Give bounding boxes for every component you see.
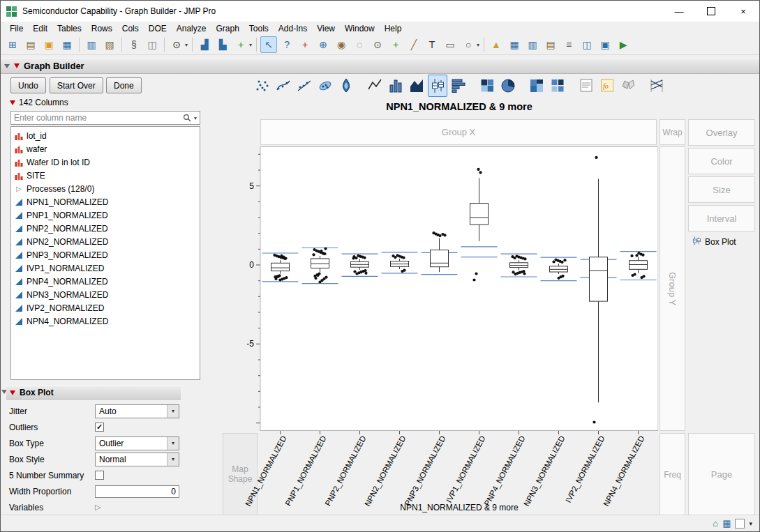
data-grid-view-icon[interactable]: ▦ <box>506 36 523 53</box>
crosshair-tool-icon[interactable]: + <box>297 36 313 53</box>
treemap-element-icon[interactable] <box>527 75 546 97</box>
line-element-icon[interactable] <box>365 75 385 97</box>
column-item-site[interactable]: SITE <box>11 169 200 182</box>
home-window-icon[interactable]: ⌂ <box>713 518 718 529</box>
undo-button[interactable]: Undo <box>10 77 46 93</box>
column-item-pnp4-normalized[interactable]: PNP4_NORMALIZED <box>11 275 200 288</box>
column-item-pnp1-normalized[interactable]: PNP1_NORMALIZED <box>11 208 200 222</box>
page-drop-zone[interactable]: Page <box>688 433 755 516</box>
cols-panel-icon[interactable]: ◫ <box>579 36 595 53</box>
histogram-element-icon[interactable] <box>449 75 468 97</box>
5-number-summary-checkbox[interactable] <box>95 471 104 480</box>
heatmap-element-icon[interactable] <box>477 75 497 97</box>
run-script-icon[interactable]: ▶ <box>615 36 632 53</box>
column-item-ivp1-normalized[interactable]: IVP1_NORMALIZED <box>11 261 200 275</box>
parallel-plot-element-icon[interactable] <box>647 75 666 97</box>
formula-element-icon[interactable]: fo <box>597 75 617 97</box>
dropdown-caret-icon[interactable]: ▾ <box>185 42 188 48</box>
map-shapes-element-icon[interactable] <box>618 75 638 97</box>
journal-view-icon[interactable]: ▤ <box>542 36 559 53</box>
group-x-drop-zone[interactable]: Group X <box>260 119 657 145</box>
text-box-tool-icon[interactable]: T <box>424 36 440 53</box>
summary-tool-icon[interactable]: ▲ <box>488 36 505 53</box>
column-item-npn2-normalized[interactable]: NPN2_NORMALIZED <box>11 235 200 248</box>
globe-tool-icon[interactable]: ⊕ <box>315 36 331 53</box>
new-data-table-icon[interactable]: ⊞ <box>4 36 21 53</box>
copy-icon[interactable]: ▥ <box>83 36 100 53</box>
overlay-drop-zone[interactable]: Overlay <box>688 119 755 146</box>
column-item-npn3-normalized[interactable]: NPN3_NORMALIZED <box>11 288 200 301</box>
wrap-drop-zone[interactable]: Wrap <box>660 119 685 145</box>
menu-tables[interactable]: Tables <box>52 23 87 34</box>
lasso-tool-icon[interactable]: ◌ <box>351 36 368 53</box>
menu-add-ins[interactable]: Add-Ins <box>274 23 312 34</box>
dropdown-caret-icon[interactable]: ▾ <box>477 42 479 48</box>
new-journal-icon[interactable]: ▤ <box>22 36 39 53</box>
done-button[interactable]: Done <box>106 77 142 93</box>
distribution-launch-icon[interactable]: ▙ <box>214 36 231 53</box>
disclosure-triangle-icon[interactable]: ▷ <box>95 503 100 512</box>
new-analysis-icon[interactable]: + <box>232 36 249 53</box>
boxplot-red-triangle-icon[interactable] <box>10 390 15 395</box>
save-icon[interactable]: ▦ <box>59 36 75 53</box>
start-over-button[interactable]: Start Over <box>50 77 103 93</box>
disclosure-triangle-icon[interactable]: ▷ <box>15 185 23 192</box>
red-triangle-menu-icon[interactable] <box>14 63 20 68</box>
search-options-caret-icon[interactable]: ▾ <box>193 115 200 121</box>
collapse-triangle-icon[interactable] <box>4 64 10 68</box>
dropdown-caret-icon[interactable]: ▾ <box>249 42 252 48</box>
status-caret-icon[interactable]: ▾ <box>749 520 752 527</box>
rows-panel-icon[interactable]: ≡ <box>560 36 577 53</box>
menu-analyze[interactable]: Analyze <box>172 23 211 34</box>
width-proportion-field[interactable] <box>95 485 179 498</box>
rectangle-tool-icon[interactable]: ▭ <box>442 36 459 53</box>
search-icon[interactable] <box>183 114 193 122</box>
column-item-pnp2-normalized[interactable]: PNP2_NORMALIZED <box>11 222 200 235</box>
data-table-link-icon[interactable]: ▦ <box>722 518 731 529</box>
status-white-box[interactable] <box>735 519 745 529</box>
column-item-lot-id[interactable]: lot_id <box>11 129 200 142</box>
menu-doe[interactable]: DOE <box>144 23 172 34</box>
menu-file[interactable]: File <box>5 23 28 34</box>
column-item-ivp2-normalized[interactable]: IVP2_NORMALIZED <box>11 301 200 314</box>
oval-tool-icon[interactable]: ○ <box>460 36 477 53</box>
columns-red-triangle-icon[interactable] <box>10 100 15 105</box>
bar-element-icon[interactable] <box>386 75 405 97</box>
paste-icon[interactable]: ▧ <box>101 36 118 53</box>
freq-drop-zone[interactable]: Freq <box>660 433 685 516</box>
box-style-select[interactable]: Normal▾ <box>95 453 179 466</box>
maximize-button[interactable] <box>695 1 727 22</box>
column-search-input[interactable] <box>11 113 183 123</box>
arrow-tool-icon[interactable]: ↖ <box>260 36 277 53</box>
outliers-checkbox[interactable] <box>95 423 104 432</box>
graph-builder-launch-icon[interactable]: ▟ <box>196 36 213 53</box>
area-element-icon[interactable] <box>407 75 426 97</box>
menu-rows[interactable]: Rows <box>87 23 117 34</box>
column-item-wafer[interactable]: wafer <box>11 142 200 155</box>
smoother-element-icon[interactable] <box>274 75 293 97</box>
column-item-pnp3-normalized[interactable]: PNP3_NORMALIZED <box>11 248 200 261</box>
zoom-in-tool-icon[interactable]: + <box>387 36 404 53</box>
menu-tools[interactable]: Tools <box>244 23 274 34</box>
menu-view[interactable]: View <box>312 23 340 34</box>
contour-element-icon[interactable] <box>336 75 356 97</box>
chevron-down-icon[interactable]: ▾ <box>167 453 179 466</box>
lock-icon[interactable]: ◫ <box>144 36 161 53</box>
column-item-wafer-id-in-lot-id[interactable]: Wafer ID in lot ID <box>11 155 200 169</box>
box-plot-element-icon[interactable] <box>428 75 447 97</box>
magnifier-tool-icon[interactable]: ⊙ <box>369 36 386 53</box>
menu-window[interactable]: Window <box>340 23 380 34</box>
chevron-down-icon[interactable]: ▾ <box>167 405 179 418</box>
color-drop-zone[interactable]: Color <box>688 148 755 174</box>
points-element-icon[interactable] <box>253 75 272 97</box>
size-drop-zone[interactable]: Size <box>688 176 755 203</box>
column-item-npn1-normalized[interactable]: NPN1_NORMALIZED <box>11 195 200 208</box>
interval-drop-zone[interactable]: Interval <box>688 205 755 231</box>
grabber-tool-icon[interactable]: ◉ <box>333 36 350 53</box>
caption-box-element-icon[interactable] <box>576 75 596 97</box>
mosaic-element-icon[interactable] <box>548 75 567 97</box>
help-tool-icon[interactable]: ? <box>278 36 295 53</box>
group-y-drop-zone[interactable]: Group Y <box>660 146 685 431</box>
menu-graph[interactable]: Graph <box>211 23 244 34</box>
chevron-down-icon[interactable]: ▾ <box>167 437 179 450</box>
